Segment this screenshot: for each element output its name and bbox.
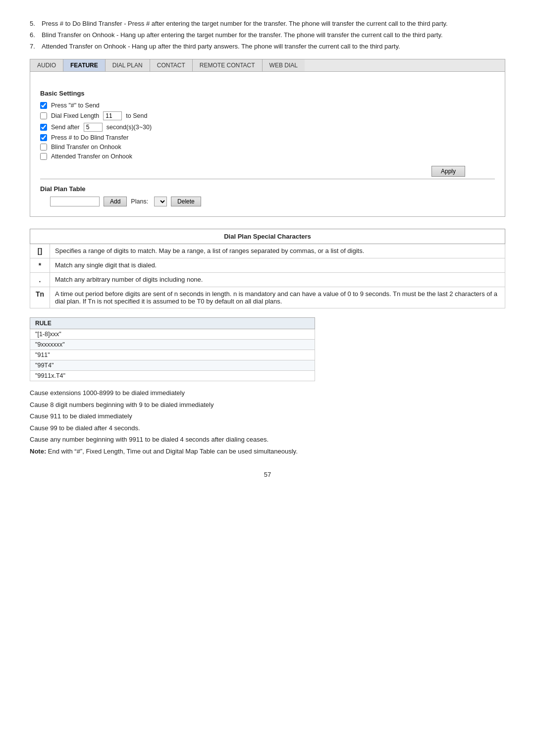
sym-dot: . bbox=[30, 273, 50, 287]
desc-dot: Match any arbitrary number of digits inc… bbox=[50, 273, 505, 287]
sym-star: * bbox=[30, 258, 50, 273]
bullet-item-6: 6. Blind Transfer on Onhook - Hang up af… bbox=[30, 31, 505, 39]
delete-plan-button[interactable]: Delete bbox=[171, 197, 201, 206]
cb-label-3a: Send after bbox=[51, 124, 80, 131]
settings-panel: Basic Settings Press "#" to Send Dial Fi… bbox=[30, 71, 505, 217]
special-char-row-dot: . Match any arbitrary number of digits i… bbox=[30, 273, 505, 287]
plan-text-input[interactable] bbox=[50, 197, 100, 206]
checkbox-row-4: Press # to Do Blind Transfer bbox=[40, 134, 495, 141]
tab-bar: AUDIO FEATURE DIAL PLAN CONTACT REMOTE C… bbox=[30, 59, 505, 71]
sym-brackets: [] bbox=[30, 244, 50, 258]
cb-press-hash-send[interactable] bbox=[40, 102, 47, 109]
rule-table: RULE "[1-8]xxx""9xxxxxxx""911""99T4""991… bbox=[30, 317, 315, 381]
dialplan-title: Dial Plan Table bbox=[40, 185, 495, 193]
plans-label: Plans: bbox=[131, 198, 148, 205]
basic-settings-title: Basic Settings bbox=[40, 90, 495, 97]
desc-star: Match any single digit that is dialed. bbox=[50, 258, 505, 273]
checkbox-row-5: Blind Transfer on Onhook bbox=[40, 144, 495, 151]
rule-row: "99T4" bbox=[30, 360, 315, 371]
special-chars-title: Dial Plan Special Characters bbox=[30, 229, 505, 244]
add-plan-button[interactable]: Add bbox=[104, 197, 127, 206]
cb-press-hash-blind[interactable] bbox=[40, 134, 47, 141]
plans-row: Add Plans: Delete bbox=[40, 197, 495, 206]
rule-cell: "911" bbox=[30, 350, 315, 360]
cb-blind-transfer-onhook[interactable] bbox=[40, 144, 47, 151]
dial-fixed-length-input[interactable] bbox=[103, 111, 122, 120]
bullet-list: 5. Press # to Do Blind Transfer - Press … bbox=[30, 20, 505, 50]
rule-cell: "9911x.T4" bbox=[30, 371, 315, 381]
bullet-num-5: 5. bbox=[30, 20, 39, 27]
page-number: 57 bbox=[30, 471, 505, 478]
tab-feature[interactable]: FEATURE bbox=[63, 59, 106, 71]
cb-label-2b: to Send bbox=[126, 112, 147, 119]
bullet-num-7: 7. bbox=[30, 43, 39, 50]
rule-row: "[1-8]xxx" bbox=[30, 329, 315, 340]
special-char-row-star: * Match any single digit that is dialed. bbox=[30, 258, 505, 273]
bullet-item-7: 7. Attended Transfer on Onhook - Hang up… bbox=[30, 43, 505, 50]
tab-remote-contact[interactable]: REMOTE CONTACT bbox=[193, 59, 263, 71]
tab-audio[interactable]: AUDIO bbox=[30, 59, 63, 71]
rule-header: RULE bbox=[30, 318, 315, 329]
desc-tn: A time out period before digits are sent… bbox=[50, 287, 505, 308]
cb-label-3b: second(s)(3~30) bbox=[107, 124, 152, 131]
tab-web-dial[interactable]: WEB DIAL bbox=[263, 59, 305, 71]
dialplan-section: Dial Plan Table Add Plans: Delete bbox=[40, 179, 495, 206]
cb-label-4: Press # to Do Blind Transfer bbox=[51, 134, 128, 141]
rule-cell: "99T4" bbox=[30, 360, 315, 371]
checkbox-row-1: Press "#" to Send bbox=[40, 102, 495, 109]
cb-attended-transfer-onhook[interactable] bbox=[40, 153, 47, 160]
caption-2: Cause 8 digit numbers beginning with 9 t… bbox=[30, 400, 505, 410]
bottom-note: Note: End with “#”, Fixed Length, Time o… bbox=[30, 447, 505, 456]
bullet-text-5: Press # to Do Blind Transfer - Press # a… bbox=[42, 20, 448, 27]
apply-button[interactable]: Apply bbox=[431, 166, 465, 177]
tab-contact[interactable]: CONTACT bbox=[150, 59, 193, 71]
captions-container: Cause extensions 1000-8999 to be dialed … bbox=[30, 388, 505, 445]
tab-dialplan[interactable]: DIAL PLAN bbox=[106, 59, 150, 71]
cb-dial-fixed-length[interactable] bbox=[40, 112, 47, 119]
caption-1: Cause extensions 1000-8999 to be dialed … bbox=[30, 388, 505, 398]
checkbox-row-6: Attended Transfer on Onhook bbox=[40, 153, 495, 160]
bullet-num-6: 6. bbox=[30, 31, 39, 39]
checkbox-row-2: Dial Fixed Length to Send bbox=[40, 111, 495, 120]
checkbox-row-3: Send after second(s)(3~30) bbox=[40, 123, 495, 132]
cb-label-2a: Dial Fixed Length bbox=[51, 112, 99, 119]
caption-4: Cause 99 to be dialed after 4 seconds. bbox=[30, 423, 505, 433]
desc-brackets: Specifies a range of digits to match. Ma… bbox=[50, 244, 505, 258]
cb-send-after[interactable] bbox=[40, 124, 47, 131]
caption-3: Cause 911 to be dialed immediately bbox=[30, 411, 505, 421]
plan-select[interactable] bbox=[154, 197, 167, 206]
send-after-input[interactable] bbox=[84, 123, 103, 132]
bullet-text-7: Attended Transfer on Onhook - Hang up af… bbox=[42, 43, 400, 50]
sym-tn: Tn bbox=[30, 287, 50, 308]
rule-cell: "[1-8]xxx" bbox=[30, 329, 315, 340]
cb-label-6: Attended Transfer on Onhook bbox=[51, 153, 132, 160]
cb-label-1: Press "#" to Send bbox=[51, 102, 100, 109]
bullet-text-6: Blind Transfer on Onhook - Hang up after… bbox=[42, 31, 443, 39]
cb-label-5: Blind Transfer on Onhook bbox=[51, 144, 121, 151]
caption-5: Cause any number beginning with 9911 to … bbox=[30, 435, 505, 445]
rule-row: "9911x.T4" bbox=[30, 371, 315, 381]
special-chars-table: Dial Plan Special Characters [] Specifie… bbox=[30, 229, 505, 308]
rule-row: "911" bbox=[30, 350, 315, 360]
special-char-row-brackets: [] Specifies a range of digits to match.… bbox=[30, 244, 505, 258]
bullet-item-5: 5. Press # to Do Blind Transfer - Press … bbox=[30, 20, 505, 27]
rule-row: "9xxxxxxx" bbox=[30, 340, 315, 350]
special-char-row-tn: Tn A time out period before digits are s… bbox=[30, 287, 505, 308]
rule-cell: "9xxxxxxx" bbox=[30, 340, 315, 350]
